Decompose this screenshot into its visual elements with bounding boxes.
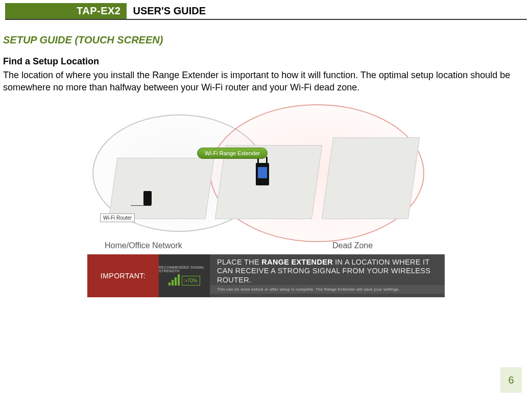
placement-figure: Wi-Fi Router Wi-Fi Range Extender Home/O… — [87, 109, 445, 297]
signal-strength-caption: RECOMMENDED SIGNAL STRENGTH — [159, 266, 210, 273]
caption-dead-zone: Dead Zone — [332, 241, 373, 250]
banner-msg-bold: RANGE EXTENDER — [261, 258, 333, 266]
placement-diagram: Wi-Fi Router Wi-Fi Range Extender Home/O… — [87, 109, 445, 242]
important-banner: IMPORTANT: RECOMMENDED SIGNAL STRENGTH >… — [87, 254, 445, 297]
subheading-find-location: Find a Setup Location — [3, 56, 532, 67]
banner-subnote: This can be done before or after setup i… — [210, 285, 445, 294]
body-paragraph: The location of where you install the Ra… — [3, 69, 522, 94]
range-extender-screen — [258, 167, 267, 178]
wifi-router-icon — [143, 191, 152, 205]
banner-message: PLACE THE RANGE EXTENDER IN A LOCATION W… — [210, 258, 445, 285]
caption-home-network: Home/Office Network — [105, 241, 182, 250]
header-model-badge: TAP-EX2 — [5, 3, 127, 19]
banner-important-label: IMPORTANT: — [87, 254, 159, 297]
page-number: 6 — [500, 367, 522, 393]
signal-percent: >70% — [182, 276, 200, 286]
router-label: Wi-Fi Router — [100, 213, 135, 222]
room-left — [109, 158, 214, 219]
page-header: TAP-EX2 USER'S GUIDE — [5, 3, 527, 20]
section-title: SETUP GUIDE (TOUCH SCREEN) — [3, 34, 532, 46]
banner-signal-box: RECOMMENDED SIGNAL STRENGTH >70% — [159, 254, 210, 297]
banner-message-box: PLACE THE RANGE EXTENDER IN A LOCATION W… — [210, 254, 445, 297]
range-extender-label: Wi-Fi Range Extender — [197, 148, 268, 159]
router-callout-line — [131, 205, 151, 206]
room-right — [322, 137, 420, 219]
signal-bars-icon — [168, 274, 180, 286]
header-title: USER'S GUIDE — [127, 3, 212, 19]
banner-msg-pre: PLACE THE — [217, 258, 261, 266]
